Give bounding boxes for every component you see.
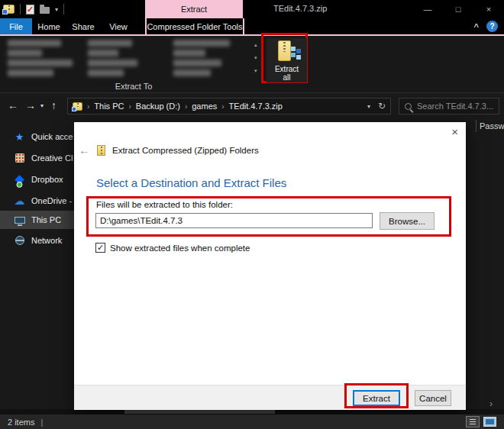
zip-folder-icon bbox=[97, 145, 105, 156]
recent-locations-icon[interactable]: ▾ bbox=[40, 102, 44, 109]
tab-home[interactable]: Home bbox=[32, 18, 66, 34]
address-bar: ← → ▾ ↑ › This PC › Backup (D:) › games … bbox=[0, 93, 504, 118]
zip-badge-icon bbox=[2, 9, 8, 15]
gallery-more-icon: ▾ bbox=[254, 68, 257, 74]
extract-button[interactable]: Extract bbox=[353, 390, 400, 406]
horizontal-scrollbar[interactable] bbox=[0, 409, 504, 414]
scroll-right-icon[interactable]: › bbox=[489, 398, 493, 409]
scrollbar-thumb[interactable] bbox=[124, 410, 275, 414]
sidebar-item-network[interactable]: Network bbox=[0, 231, 73, 250]
cancel-button[interactable]: Cancel bbox=[415, 390, 451, 406]
tab-file[interactable]: File bbox=[0, 18, 32, 34]
tab-view[interactable]: View bbox=[101, 18, 136, 34]
column-divider bbox=[476, 120, 477, 132]
column-header-password[interactable]: Passwo bbox=[480, 121, 504, 131]
window-controls: — □ × bbox=[412, 0, 504, 18]
main-area: ★ Quick access Creative Clou Dropbox ☁ O… bbox=[0, 118, 504, 414]
destination-field-label: Files will be extracted to this folder: bbox=[96, 200, 233, 209]
destination-path-input[interactable] bbox=[95, 213, 373, 228]
redacted-extract-destination bbox=[173, 40, 237, 79]
collapse-ribbon-icon[interactable]: ^ bbox=[474, 22, 479, 31]
details-view-icon[interactable] bbox=[466, 416, 480, 427]
title-bar: ▾ Extract TEdit.4.7.3.zip — □ × bbox=[0, 0, 504, 18]
dialog-footer: Extract Cancel bbox=[74, 385, 466, 410]
dialog-heading: Select a Destination and Extract Files bbox=[96, 176, 286, 189]
ribbon-body: ▴ ▾ ▾ Extract To Extractall bbox=[0, 37, 504, 93]
star-icon: ★ bbox=[14, 131, 25, 143]
sidebar-item-this-pc[interactable]: This PC bbox=[0, 211, 74, 229]
gallery-up-icon: ▴ bbox=[254, 42, 257, 48]
checkbox-checked-icon[interactable]: ✓ bbox=[95, 243, 105, 253]
maximize-button[interactable]: □ bbox=[443, 0, 473, 18]
gallery-down-icon: ▾ bbox=[254, 55, 257, 61]
crumb-zip[interactable]: TEdit.4.7.3.zip bbox=[229, 102, 283, 111]
network-globe-icon bbox=[14, 235, 25, 247]
extract-dialog: × ← Extract Compressed (Zipped) Folders … bbox=[74, 122, 466, 410]
search-icon bbox=[405, 103, 412, 110]
ribbon-group-label: Extract To bbox=[84, 82, 183, 91]
crumb-separator-icon: › bbox=[87, 102, 89, 111]
new-folder-icon[interactable] bbox=[40, 7, 50, 14]
up-icon[interactable]: ↑ bbox=[51, 99, 57, 111]
checkbox-label: Show extracted files when complete bbox=[110, 244, 250, 253]
sidebar-item-onedrive[interactable]: ☁ OneDrive - P bbox=[0, 192, 73, 210]
crumb-games[interactable]: games bbox=[192, 102, 217, 111]
search-box[interactable] bbox=[399, 98, 499, 115]
dropbox-icon bbox=[14, 174, 25, 185]
status-bar: 2 items | bbox=[0, 414, 504, 429]
forward-icon[interactable]: → bbox=[25, 99, 36, 111]
thumbnail-view-icon[interactable] bbox=[483, 417, 496, 427]
zip-file-icon bbox=[3, 5, 15, 14]
extract-all-highlight-box: Extractall bbox=[261, 33, 308, 83]
sidebar-item-dropbox[interactable]: Dropbox bbox=[0, 170, 73, 189]
gallery-scroll-arrows[interactable]: ▴ ▾ ▾ bbox=[254, 42, 257, 74]
sidebar-item-creative-cloud[interactable]: Creative Clou bbox=[0, 149, 73, 167]
dialog-back-icon[interactable]: ← bbox=[79, 144, 90, 156]
items-count: 2 items bbox=[8, 418, 34, 427]
breadcrumb[interactable]: › This PC › Backup (D:) › games › TEdit.… bbox=[67, 98, 391, 115]
crumb-separator-icon: › bbox=[185, 102, 187, 111]
minimize-button[interactable]: — bbox=[412, 0, 443, 18]
toolbar-divider bbox=[63, 4, 64, 15]
sidebar-item-quick-access[interactable]: ★ Quick access bbox=[0, 127, 73, 146]
customize-toolbar-chevron-icon[interactable]: ▾ bbox=[55, 6, 58, 13]
address-dropdown-icon[interactable]: ▾ bbox=[367, 103, 370, 110]
crumb-this-pc[interactable]: This PC bbox=[94, 102, 124, 111]
redacted-extract-destination bbox=[8, 40, 84, 79]
crumb-backup-d[interactable]: Backup (D:) bbox=[136, 102, 180, 111]
browse-button[interactable]: Browse... bbox=[380, 212, 435, 230]
sidebar-item-label: This PC bbox=[31, 215, 61, 224]
zip-file-icon bbox=[73, 102, 82, 111]
cloud-icon: ☁ bbox=[14, 195, 25, 207]
zip-badge-icon bbox=[72, 107, 76, 111]
window-title: TEdit.4.7.3.zip bbox=[273, 4, 327, 13]
dialog-title: Extract Compressed (Zipped) Folders bbox=[112, 146, 259, 155]
crumb-separator-icon: › bbox=[128, 102, 131, 111]
sidebar-item-label: Network bbox=[31, 236, 62, 245]
dialog-title-row: ← Extract Compressed (Zipped) Folders bbox=[79, 144, 259, 156]
refresh-icon[interactable]: ↻ bbox=[378, 101, 386, 111]
close-button[interactable]: × bbox=[473, 0, 504, 18]
show-files-checkbox-row[interactable]: ✓ Show extracted files when complete bbox=[95, 243, 250, 253]
tab-share[interactable]: Share bbox=[66, 18, 101, 34]
crumb-separator-icon: › bbox=[221, 102, 224, 111]
status-divider: | bbox=[40, 418, 43, 427]
sidebar-item-label: Quick access bbox=[31, 132, 73, 141]
extract-button-highlight-box: Extract bbox=[344, 383, 409, 408]
redacted-extract-destination bbox=[88, 40, 143, 79]
tab-compressed-folder-tools[interactable]: Compressed Folder Tools bbox=[145, 18, 244, 34]
search-input[interactable] bbox=[417, 102, 493, 111]
extract-all-icon bbox=[274, 40, 300, 63]
contextual-tab-badge-extract[interactable]: Extract bbox=[145, 0, 243, 18]
extract-all-button[interactable]: Extractall bbox=[267, 38, 307, 82]
monitor-icon bbox=[14, 214, 25, 226]
back-icon[interactable]: ← bbox=[8, 99, 18, 111]
ribbon-tab-row: File Home Share View Compressed Folder T… bbox=[0, 18, 504, 36]
creative-cloud-icon bbox=[14, 153, 25, 164]
properties-check-icon[interactable] bbox=[26, 5, 34, 15]
sidebar-item-label: OneDrive - P bbox=[31, 196, 73, 205]
help-icon[interactable]: ? bbox=[486, 21, 498, 32]
sidebar-item-label: Creative Clou bbox=[31, 153, 73, 163]
quick-access-toolbar: ▾ bbox=[3, 0, 64, 18]
dialog-close-icon[interactable]: × bbox=[451, 125, 458, 138]
